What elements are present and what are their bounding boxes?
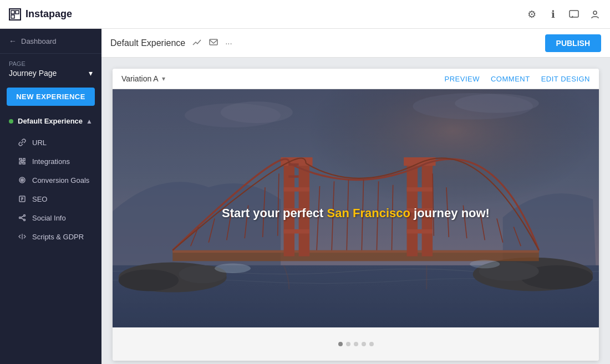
sidebar: ← Dashboard Page Journey Page ▾ NEW EXPE…	[0, 29, 101, 364]
experience-title-display: Default Experience	[110, 38, 185, 48]
code-icon	[18, 232, 27, 241]
svg-point-11	[24, 219, 26, 221]
seo-icon	[18, 194, 27, 203]
experience-chevron-icon: ▲	[86, 117, 93, 125]
page-label: Page	[9, 60, 93, 67]
back-label: Dashboard	[21, 37, 57, 45]
svg-point-10	[19, 217, 21, 219]
publish-button[interactable]: PUBLISH	[545, 34, 601, 52]
header-icons: ⚙ ℹ	[526, 8, 601, 20]
variation-chevron-icon: ▾	[162, 75, 165, 83]
sidebar-item-scripts-gdpr[interactable]: Scripts & GDPR	[0, 227, 101, 246]
instapage-logo-icon	[9, 8, 21, 20]
content-area: Default Experience ··· PUBLISH	[101, 29, 610, 364]
scroll-indicator	[338, 342, 374, 346]
dot-1	[338, 342, 343, 346]
preview-button[interactable]: PREVIEW	[445, 75, 480, 83]
hero-text-highlight: San Francisco	[327, 206, 410, 220]
experience-title: Default Experience	[9, 117, 83, 125]
svg-rect-0	[11, 11, 14, 14]
preview-actions: PREVIEW COMMENT EDIT DESIGN	[445, 75, 590, 83]
comment-icon[interactable]	[568, 8, 580, 20]
preview-area[interactable]: Variation A ▾ PREVIEW COMMENT EDIT DESIG…	[101, 58, 610, 364]
variation-label: Variation A	[121, 74, 159, 83]
hero-text-before: Start your perfect	[222, 206, 327, 220]
info-icon[interactable]: ℹ	[547, 8, 559, 20]
back-to-dashboard[interactable]: ← Dashboard	[0, 29, 101, 54]
user-icon[interactable]	[589, 8, 601, 20]
svg-rect-12	[210, 39, 217, 45]
preview-toolbar: Variation A ▾ PREVIEW COMMENT EDIT DESIG…	[113, 69, 599, 89]
conversion-goals-label: Conversion Goals	[32, 176, 89, 184]
dot-3	[354, 342, 358, 346]
email-icon[interactable]	[209, 37, 218, 49]
puzzle-icon	[18, 157, 27, 166]
target-icon	[18, 176, 27, 184]
experience-name-area: Default Experience ···	[110, 37, 232, 49]
page-preview-image: Start your perfect San Francisco journey…	[113, 89, 599, 327]
link-icon	[18, 138, 27, 147]
new-experience-button[interactable]: NEW EXPERIENCE	[7, 88, 95, 106]
experience-name: Default Experience	[18, 117, 83, 125]
page-preview-bottom	[113, 327, 599, 361]
edit-design-button[interactable]: EDIT DESIGN	[541, 75, 590, 83]
svg-rect-1	[16, 11, 19, 14]
dot-4	[362, 342, 366, 346]
new-experience-section: NEW EXPERIENCE	[7, 88, 95, 106]
svg-point-7	[22, 180, 23, 181]
sidebar-item-url[interactable]: URL	[0, 133, 101, 152]
sidebar-item-conversion-goals[interactable]: Conversion Goals	[0, 171, 101, 189]
svg-rect-3	[570, 11, 578, 17]
dot-5	[369, 342, 374, 346]
preview-frame: Variation A ▾ PREVIEW COMMENT EDIT DESIG…	[113, 69, 599, 361]
share-icon	[18, 213, 27, 222]
seo-label: SEO	[32, 195, 47, 203]
page-hero-text: Start your perfect San Francisco journey…	[222, 206, 490, 221]
page-section: Page Journey Page ▾	[0, 54, 101, 82]
sidebar-item-integrations[interactable]: Integrations	[0, 152, 101, 171]
svg-point-9	[24, 215, 26, 217]
more-options-icon[interactable]: ···	[225, 38, 232, 48]
experience-item[interactable]: Default Experience ▲	[0, 111, 101, 131]
top-header: Instapage ⚙ ℹ	[0, 0, 610, 29]
logo-text: Instapage	[26, 8, 72, 20]
hero-text-after: journey now!	[410, 206, 490, 220]
scripts-gdpr-label: Scripts & GDPR	[32, 233, 84, 241]
sidebar-item-social-info[interactable]: Social Info	[0, 208, 101, 227]
dot-2	[346, 342, 350, 346]
main-layout: ← Dashboard Page Journey Page ▾ NEW EXPE…	[0, 29, 610, 364]
logo-area: Instapage	[9, 8, 72, 20]
page-name-text: Journey Page	[9, 69, 57, 78]
integrations-label: Integrations	[32, 157, 70, 166]
svg-point-4	[593, 11, 597, 14]
comment-button[interactable]: COMMENT	[491, 75, 530, 83]
page-chevron-icon: ▾	[89, 69, 93, 78]
url-label: URL	[32, 139, 47, 147]
sidebar-item-seo[interactable]: SEO	[0, 189, 101, 208]
experience-active-dot	[9, 119, 13, 124]
social-info-label: Social Info	[32, 214, 66, 222]
page-name-selector[interactable]: Journey Page ▾	[9, 69, 93, 78]
settings-icon[interactable]: ⚙	[526, 8, 538, 20]
content-header: Default Experience ··· PUBLISH	[101, 29, 610, 58]
variation-selector[interactable]: Variation A ▾	[121, 74, 165, 83]
sidebar-nav: URL Integrations Convers	[0, 131, 101, 248]
analytics-icon[interactable]	[192, 37, 202, 49]
svg-rect-2	[11, 15, 14, 18]
back-arrow-icon: ←	[9, 37, 17, 45]
